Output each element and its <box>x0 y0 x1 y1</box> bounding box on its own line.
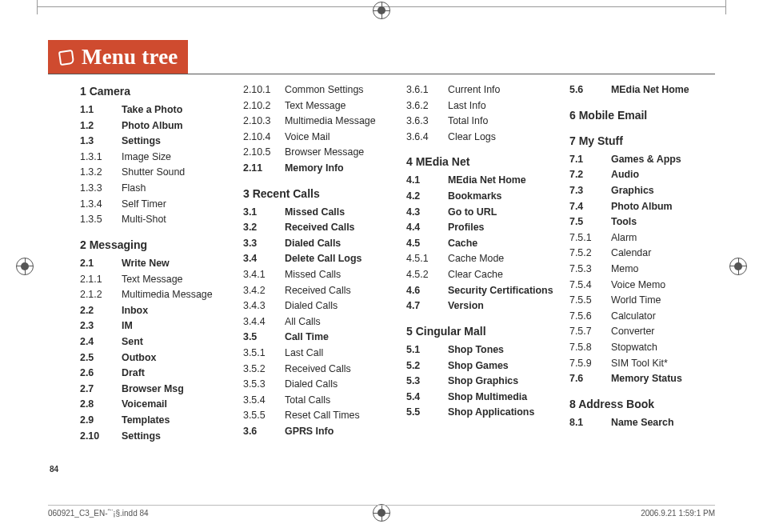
menu-item-row: 2.8Voicemail <box>80 397 229 413</box>
menu-item-label: Received Calls <box>285 283 351 299</box>
section-heading: 1 Camera <box>80 82 229 100</box>
menu-item-row: 2.1.2Multimedia Message <box>80 287 229 303</box>
menu-item-row: 7.5.1Alarm <box>569 230 718 246</box>
menu-item-number: 3.5.1 <box>243 346 280 362</box>
menu-item-row: 7.5.5World Time <box>569 293 718 309</box>
menu-item-number: 2.11 <box>243 161 280 177</box>
menu-item-number: 7.6 <box>569 371 606 387</box>
menu-item-label: Missed Calls <box>285 205 345 221</box>
menu-item-number: 5.2 <box>406 358 443 374</box>
menu-item-label: Browser Message <box>285 145 364 161</box>
menu-item-label: Voicemail <box>122 397 167 413</box>
menu-item-number: 4.3 <box>406 205 443 221</box>
menu-item-label: Shutter Sound <box>122 165 185 181</box>
menu-item-number: 3.4.1 <box>243 267 280 283</box>
menu-item-label: Reset Call Times <box>285 408 360 424</box>
menu-item-number: 3.5.2 <box>243 362 280 378</box>
menu-item-row: 7.5Tools <box>569 214 718 230</box>
menu-item-number: 5.1 <box>406 342 443 358</box>
menu-item-row: 3.5Call Time <box>243 330 392 346</box>
section-heading: 8 Address Book <box>569 395 718 413</box>
menu-item-row: 1.3.1Image Size <box>80 150 229 166</box>
menu-item-row: 2.10.3Multimedia Message <box>243 114 392 130</box>
menu-item-number: 7.5.9 <box>569 356 606 372</box>
menu-item-row: 3.4Delete Call Logs <box>243 251 392 267</box>
menu-item-row: 5.5Shop Applications <box>406 405 555 421</box>
menu-item-label: Memo <box>611 262 638 278</box>
menu-item-number: 4.5.2 <box>406 267 443 283</box>
menu-item-number: 2.10.3 <box>243 114 280 130</box>
section-heading: 6 Mobile Email <box>569 106 718 124</box>
menu-item-row: 4.6Security Certifications <box>406 283 555 299</box>
menu-item-label: Memory Info <box>285 161 344 177</box>
menu-item-row: 2.7Browser Msg <box>80 382 229 398</box>
menu-item-number: 2.5 <box>80 350 117 366</box>
menu-item-label: Bookmarks <box>448 189 502 205</box>
menu-item-row: 2.10.5Browser Message <box>243 145 392 161</box>
menu-item-row: 2.5Outbox <box>80 350 229 366</box>
menu-item-number: 2.10 <box>80 429 117 445</box>
menu-item-row: 3.6.4Clear Logs <box>406 130 555 146</box>
menu-item-row: 4.3Go to URL <box>406 205 555 221</box>
menu-item-row: 3.4.3Dialed Calls <box>243 298 392 314</box>
section-heading: 4 MEdia Net <box>406 153 555 170</box>
menu-item-number: 1.2 <box>80 118 117 134</box>
menu-item-row: 7.5.2Calendar <box>569 246 718 262</box>
registration-mark-icon <box>16 258 34 275</box>
menu-item-number: 7.5 <box>569 214 606 230</box>
menu-item-row: 7.5.6Calculator <box>569 309 718 325</box>
menu-item-number: 2.7 <box>80 382 117 398</box>
menu-item-number: 7.2 <box>569 167 606 183</box>
menu-item-row: 4.7Version <box>406 298 555 314</box>
menu-item-number: 5.6 <box>569 82 606 98</box>
menu-item-row: 2.3IM <box>80 318 229 334</box>
footer-timestamp: 2006.9.21 1:59:1 PM <box>641 509 715 518</box>
title-bar: Menu tree <box>48 40 715 74</box>
section-heading: 5 Cingular Mall <box>406 322 555 340</box>
menu-item-number: 2.10.2 <box>243 98 280 114</box>
menu-item-number: 2.1 <box>80 256 117 272</box>
page-title: Menu tree <box>82 45 178 70</box>
menu-item-row: 3.6.2Last Info <box>406 98 555 114</box>
menu-item-label: Shop Multimedia <box>448 390 527 406</box>
menu-item-number: 3.3 <box>243 236 280 252</box>
menu-item-row: 3.2Received Calls <box>243 220 392 236</box>
footer-filename: 060921_C3_EN-ˆ¨¡§.indd 84 <box>48 509 149 518</box>
menu-item-number: 2.6 <box>80 366 117 382</box>
menu-item-label: IM <box>122 318 133 334</box>
menu-item-label: Settings <box>122 134 161 150</box>
menu-item-label: Photo Album <box>122 118 183 134</box>
menu-item-row: 2.10.2Text Message <box>243 98 392 114</box>
menu-item-label: Received Calls <box>285 220 354 236</box>
page-number: 84 <box>50 465 58 474</box>
menu-item-number: 2.10.4 <box>243 130 280 146</box>
menu-item-row: 3.6.3Total Info <box>406 114 555 130</box>
registration-mark-icon <box>729 258 747 275</box>
menu-item-label: World Time <box>611 293 661 309</box>
menu-item-number: 1.3.4 <box>80 197 117 213</box>
menu-item-number: 3.6.1 <box>406 82 443 98</box>
menu-item-number: 2.1.2 <box>80 287 117 303</box>
menu-item-row: 7.3Graphics <box>569 183 718 199</box>
menu-item-row: 2.9Templates <box>80 413 229 429</box>
menu-item-row: 2.4Sent <box>80 334 229 350</box>
menu-item-label: Name Search <box>611 415 674 431</box>
menu-item-row: 1.1Take a Photo <box>80 102 229 118</box>
menu-item-row: 1.3.5Multi-Shot <box>80 212 229 228</box>
menu-item-label: Shop Applications <box>448 405 534 421</box>
menu-item-number: 2.3 <box>80 318 117 334</box>
document-icon <box>58 49 74 65</box>
menu-item-row: 3.4.4All Calls <box>243 314 392 330</box>
section-heading: 3 Recent Calls <box>243 185 392 202</box>
title-block: Menu tree <box>48 40 188 74</box>
menu-item-number: 1.3.2 <box>80 165 117 181</box>
menu-item-row: 2.6Draft <box>80 366 229 382</box>
menu-item-number: 3.6.4 <box>406 130 443 146</box>
menu-item-number: 5.4 <box>406 390 443 406</box>
menu-item-label: SIM Tool Kit* <box>611 356 668 372</box>
menu-item-label: Delete Call Logs <box>285 251 362 267</box>
menu-item-row: 2.2Inbox <box>80 303 229 319</box>
menu-item-number: 7.5.5 <box>569 293 606 309</box>
menu-item-number: 2.10.1 <box>243 82 280 98</box>
menu-item-number: 2.9 <box>80 413 117 429</box>
